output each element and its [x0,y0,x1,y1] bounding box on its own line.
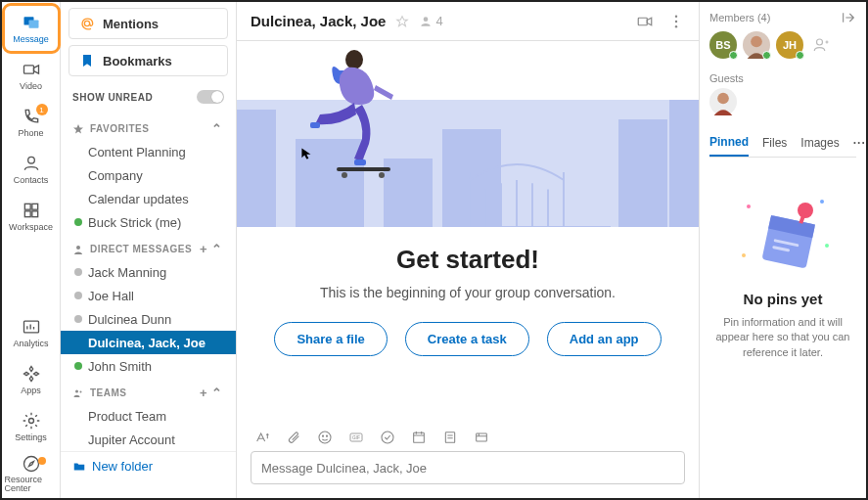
rail-video[interactable]: Video [5,53,58,98]
onboard-subtitle: This is the beginning of your group conv… [320,285,616,300]
sidebar-item[interactable]: Company [61,163,236,187]
tab-pinned[interactable]: Pinned [709,135,749,157]
svg-rect-2 [23,66,33,73]
teams-head[interactable]: TEAMS + ⌃ [61,378,236,404]
apps-icon [22,364,41,384]
svg-point-35 [751,36,762,48]
composer: GIF [237,420,699,498]
label: Mentions [103,17,159,31]
sidebar-item[interactable]: Joe Hall [61,284,236,307]
titlebar: Dulcinea, Jack, Joe 4 [237,2,699,41]
svg-point-12 [76,246,80,250]
bookmarks-tab[interactable]: Bookmarks [69,45,228,76]
svg-point-25 [379,172,385,178]
add-app-button[interactable]: Add an app [547,322,662,356]
presence-dot [74,315,82,323]
tab-more-icon[interactable]: ··· [853,136,866,156]
sidebar-item-active[interactable]: Dulcinea, Jack, Joe [61,331,236,354]
chevron-up-icon[interactable]: ⌃ [210,121,224,136]
members-panel: Members (4) BS JH Guests Pinned Files Im… [700,2,866,498]
star-outline-icon[interactable] [395,15,409,28]
collapse-icon[interactable] [841,10,856,25]
create-task-button[interactable]: Create a task [405,322,529,356]
at-icon [79,16,95,31]
tab-files[interactable]: Files [762,136,787,156]
rail-workspace[interactable]: Workspace [5,194,58,239]
show-unread-toggle[interactable] [197,90,224,104]
sidebar-item[interactable]: Buck Strick (me) [61,210,236,234]
members-icon[interactable] [419,15,433,28]
star-icon [72,123,84,135]
sidebar-item[interactable]: Product Team [61,404,236,428]
add-member-icon[interactable] [809,33,833,57]
show-unread-row: SHOW UNREAD [61,80,236,114]
svg-point-27 [322,435,323,436]
add-icon[interactable]: + [197,242,210,256]
section-title: TEAMS [90,387,127,398]
video-call-icon[interactable] [636,13,654,30]
chevron-up-icon[interactable]: ⌃ [210,386,224,400]
attach-icon[interactable] [286,430,301,445]
rail-message[interactable]: Message [5,6,58,51]
avatar[interactable] [743,31,770,59]
task-icon[interactable] [380,430,395,445]
tab-images[interactable]: Images [800,136,839,156]
compass-icon [22,454,41,474]
rail-label: Phone [18,128,43,138]
svg-point-41 [825,244,829,248]
rail-label: Message [13,34,49,44]
rail-apps[interactable]: Apps [5,357,58,402]
sidebar-item[interactable]: John Smith [61,354,236,378]
avatar[interactable]: JH [776,31,803,59]
snippet-icon[interactable] [474,430,489,445]
svg-point-36 [817,39,823,45]
label: Jupiter Account [88,432,175,447]
label: Product Team [88,409,166,424]
more-icon[interactable] [667,13,685,30]
svg-point-26 [319,432,331,443]
avatar[interactable]: BS [709,31,737,59]
cursor-icon [300,147,314,160]
mentions-tab[interactable]: Mentions [69,8,228,39]
svg-rect-23 [337,167,390,171]
gif-icon[interactable]: GIF [348,430,364,445]
rail-analytics[interactable]: Analytics [5,310,58,355]
section-title: FAVORITES [90,123,149,134]
share-file-button[interactable]: Share a file [274,322,387,356]
emoji-icon[interactable] [317,430,333,445]
pins-empty-state: No pins yet Pin information and it will … [709,158,856,490]
chevron-up-icon[interactable]: ⌃ [210,242,224,256]
rail-label: Workspace [9,222,53,232]
new-folder[interactable]: New folder [61,451,236,480]
guest-avatar[interactable] [709,88,737,115]
svg-point-20 [345,50,363,69]
svg-point-14 [80,390,82,392]
resource-dot [38,457,46,465]
svg-point-19 [675,25,677,27]
sidebar-item[interactable]: Jack Manning [61,260,236,284]
direct-head[interactable]: DIRECT MESSAGES + ⌃ [61,234,236,260]
add-icon[interactable]: + [197,386,210,400]
svg-point-9 [28,419,33,424]
presence-dot [74,218,82,226]
svg-point-3 [27,157,34,163]
section-title: DIRECT MESSAGES [90,244,192,254]
sidebar-item[interactable]: Jupiter Account [61,428,236,451]
format-icon[interactable] [254,430,270,445]
rail-settings[interactable]: Settings [5,404,58,449]
favorites-head[interactable]: FAVORITES ⌃ [61,114,236,140]
svg-point-28 [326,435,327,436]
note-icon[interactable] [442,430,458,445]
rail-resource-center[interactable]: Resource Center [5,451,58,496]
workspace-icon [22,201,41,220]
rail-label: Contacts [14,175,49,185]
sidebar-item[interactable]: Calendar updates [61,187,236,210]
rail-phone[interactable]: 1 Phone [5,100,58,145]
people-icon [72,387,84,399]
composer-input[interactable] [251,451,685,484]
rail-contacts[interactable]: Contacts [5,147,58,192]
event-icon[interactable] [411,430,427,445]
sidebar-item[interactable]: Content Planning [61,140,236,163]
sidebar-item[interactable]: Dulcinea Dunn [61,307,236,331]
svg-text:GIF: GIF [352,435,360,440]
